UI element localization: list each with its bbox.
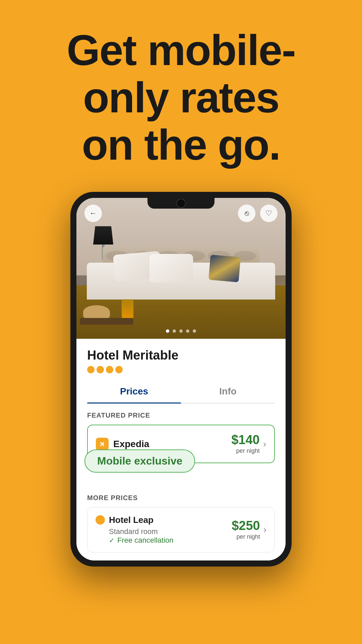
hotel-leap-per-night: per night xyxy=(232,533,260,541)
hotel-image: ← ⎋ ♡ xyxy=(76,198,286,339)
back-icon: ← xyxy=(89,209,97,218)
featured-price-label: FEATURED PRICE xyxy=(87,412,275,419)
hotel-leap-dot-icon xyxy=(96,515,105,525)
lamp-shade xyxy=(93,226,113,245)
hero-title: Get mobile- only rates on the go. xyxy=(20,27,342,168)
hotel-leap-name: Hotel Leap xyxy=(109,515,154,525)
provider-row: ✈ Expedia xyxy=(96,438,149,450)
tab-prices[interactable]: Prices xyxy=(87,380,181,403)
hotel-name: Hotel Meritable xyxy=(87,348,275,363)
star-4 xyxy=(115,366,123,373)
hotel-leap-info: Hotel Leap Standard room ✓ Free cancella… xyxy=(96,515,226,545)
mobile-exclusive-text: Mobile exclusive xyxy=(97,455,182,467)
dot-2[interactable] xyxy=(173,329,176,333)
hotel-leap-price-right: $250 per night › xyxy=(232,519,266,541)
hotel-leap-chevron-icon: › xyxy=(263,524,266,535)
phone-notch xyxy=(147,198,215,209)
hotel-leap-header: Hotel Leap xyxy=(96,515,226,525)
free-cancellation: ✓ Free cancellation xyxy=(109,536,226,545)
price-right: $140 per night › xyxy=(231,433,266,455)
prices-section: FEATURED PRICE ✈ Expedia $140 per night xyxy=(76,404,286,474)
hotel-info: Hotel Meritable Prices Info xyxy=(76,339,286,404)
check-icon: ✓ xyxy=(109,536,115,544)
share-button[interactable]: ⎋ xyxy=(238,205,255,222)
breakfast-tray xyxy=(76,284,143,325)
dot-5[interactable] xyxy=(193,329,196,333)
featured-per-night: per night xyxy=(231,447,260,455)
share-icon: ⎋ xyxy=(245,209,249,218)
featured-chevron-icon: › xyxy=(263,439,266,449)
star-1 xyxy=(87,366,95,373)
hotel-leap-amount: $250 xyxy=(232,519,260,533)
featured-price-card[interactable]: ✈ Expedia $140 per night › Mobile exclus… xyxy=(87,425,275,463)
star-2 xyxy=(97,366,104,373)
dot-4[interactable] xyxy=(186,329,189,333)
expedia-icon-symbol: ✈ xyxy=(98,439,107,449)
image-dots xyxy=(166,329,196,333)
phone-camera xyxy=(176,199,186,208)
expedia-name: Expedia xyxy=(113,439,149,449)
favorite-button[interactable]: ♡ xyxy=(260,205,278,222)
star-3 xyxy=(106,366,113,373)
back-button[interactable]: ← xyxy=(84,205,102,222)
more-prices-section: MORE PRICES Hotel Leap Standard room ✓ F… xyxy=(76,474,286,560)
hero-section: Get mobile- only rates on the go. xyxy=(0,0,362,185)
room-type: Standard room xyxy=(109,527,226,536)
heart-icon: ♡ xyxy=(265,209,272,218)
phone-frame: ← ⎋ ♡ xyxy=(70,192,292,566)
hotel-leap-price-info: $250 per night xyxy=(232,519,260,541)
tray-surface xyxy=(80,318,133,325)
more-prices-label: MORE PRICES xyxy=(87,494,275,502)
action-buttons-right: ⎋ ♡ xyxy=(238,205,278,222)
expedia-logo: ✈ xyxy=(96,438,109,450)
hotel-leap-card[interactable]: Hotel Leap Standard room ✓ Free cancella… xyxy=(87,507,275,552)
phone-wrapper: ← ⎋ ♡ xyxy=(0,185,362,586)
featured-price-amount: $140 xyxy=(231,433,260,447)
dot-3[interactable] xyxy=(179,329,183,333)
pillow-2 xyxy=(149,254,193,282)
tabs: Prices Info xyxy=(87,380,275,404)
dot-1[interactable] xyxy=(166,329,169,333)
food-items xyxy=(83,305,110,319)
phone-screen: ← ⎋ ♡ xyxy=(76,198,286,560)
mobile-exclusive-badge: Mobile exclusive xyxy=(84,449,195,473)
price-info: $140 per night xyxy=(231,433,260,455)
juice-glass xyxy=(122,300,133,319)
decorative-pillow xyxy=(208,255,241,282)
hotel-stars xyxy=(87,366,275,373)
tab-info[interactable]: Info xyxy=(181,380,275,403)
